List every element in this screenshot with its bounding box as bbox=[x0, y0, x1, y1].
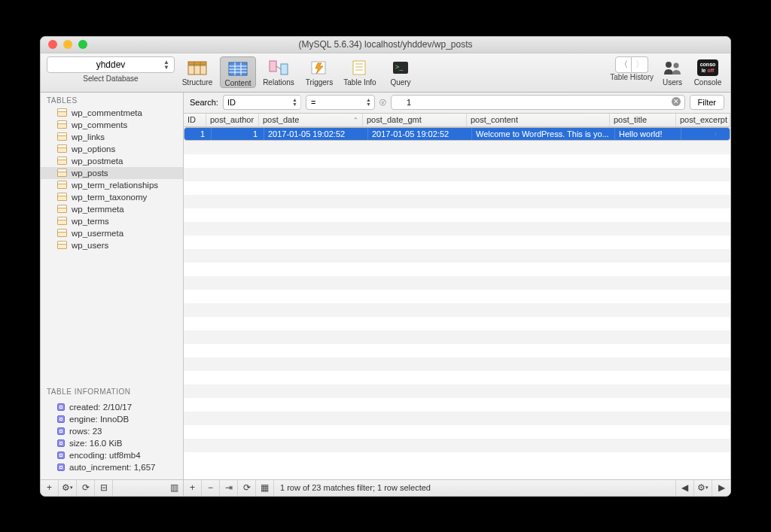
table-icon bbox=[57, 169, 67, 177]
database-select[interactable]: yhddev ▲▼ bbox=[47, 56, 175, 73]
col-author[interactable]: post_author bbox=[206, 114, 259, 126]
col-title[interactable]: post_title bbox=[610, 114, 676, 126]
empty-row bbox=[184, 452, 730, 466]
clear-icon[interactable]: ✕ bbox=[672, 97, 681, 106]
svg-text:>_: >_ bbox=[395, 63, 404, 71]
table-name: wp_usermeta bbox=[72, 229, 123, 238]
table-item[interactable]: wp_options bbox=[41, 143, 183, 155]
table-icon bbox=[57, 120, 67, 129]
table-item[interactable]: wp_term_relationships bbox=[41, 179, 183, 191]
table-name: wp_commentmeta bbox=[72, 108, 142, 117]
table-info-header: TABLE INFORMATION bbox=[41, 384, 183, 398]
content-button[interactable]: Content bbox=[220, 56, 256, 88]
users-icon bbox=[662, 58, 683, 78]
table-gear-button[interactable]: ⚙▾ bbox=[59, 480, 77, 496]
add-row-button[interactable]: + bbox=[184, 480, 202, 496]
titlebar: (MySQL 5.6.34) localhost/yhddev/wp_posts bbox=[41, 37, 730, 53]
window-title: (MySQL 5.6.34) localhost/yhddev/wp_posts bbox=[41, 39, 730, 50]
query-button[interactable]: >_ Query bbox=[382, 56, 419, 87]
table-item[interactable]: wp_termmeta bbox=[41, 203, 183, 215]
collapse-button[interactable]: ⊟ bbox=[95, 480, 113, 496]
sidebar-toggle[interactable]: ▥ bbox=[165, 480, 183, 496]
search-column-select[interactable]: ID▲▼ bbox=[223, 95, 301, 110]
table-row[interactable]: 112017-01-05 19:02:522017-01-05 19:02:52… bbox=[184, 127, 730, 141]
pagination-icon[interactable]: ▦ bbox=[256, 480, 274, 496]
structure-button[interactable]: Structure bbox=[179, 56, 215, 87]
table-item[interactable]: wp_commentmeta bbox=[41, 107, 183, 119]
table-icon bbox=[57, 181, 67, 189]
empty-row bbox=[184, 263, 730, 276]
tables-tree: wp_commentmetawp_commentswp_linkswp_opti… bbox=[41, 107, 183, 251]
info-icon bbox=[57, 451, 65, 459]
empty-row bbox=[184, 168, 730, 181]
database-select-label: Select Database bbox=[83, 74, 138, 83]
duplicate-row-button[interactable]: ⇥ bbox=[220, 480, 238, 496]
info-row: engine: InnoDB bbox=[47, 413, 177, 425]
console-button[interactable]: console off Console bbox=[691, 56, 724, 87]
table-icon bbox=[57, 205, 67, 213]
sidebar: TABLES wp_commentmetawp_commentswp_links… bbox=[41, 93, 184, 479]
history-nav[interactable]: 〈 〉 bbox=[615, 56, 648, 73]
grid-body[interactable]: 112017-01-05 19:02:522017-01-05 19:02:52… bbox=[184, 127, 730, 479]
empty-row bbox=[184, 195, 730, 208]
col-excerpt[interactable]: post_excerpt bbox=[676, 114, 730, 126]
svg-rect-11 bbox=[281, 64, 288, 74]
table-item[interactable]: wp_term_taxonomy bbox=[41, 191, 183, 203]
toolbar: yhddev ▲▼ Select Database Structure Cont… bbox=[41, 53, 730, 93]
info-row: rows: 23 bbox=[47, 425, 177, 437]
content-gear-button[interactable]: ⚙▾ bbox=[694, 480, 712, 496]
col-date[interactable]: post_date⌃ bbox=[259, 114, 363, 126]
relations-icon bbox=[268, 58, 289, 78]
empty-row bbox=[184, 303, 730, 317]
svg-point-20 bbox=[666, 62, 672, 68]
remove-row-button[interactable]: − bbox=[202, 480, 220, 496]
triggers-button[interactable]: Triggers bbox=[301, 56, 337, 87]
users-button[interactable]: Users bbox=[658, 56, 687, 87]
table-icon bbox=[57, 108, 67, 117]
table-item[interactable]: wp_terms bbox=[41, 215, 183, 227]
search-input[interactable] bbox=[391, 95, 685, 110]
content-icon bbox=[227, 59, 248, 78]
grid-header: ID post_author post_date⌃ post_date_gmt … bbox=[184, 114, 730, 127]
tables-header: TABLES bbox=[41, 93, 183, 107]
history-forward[interactable]: 〉 bbox=[632, 56, 648, 73]
table-item[interactable]: wp_users bbox=[41, 239, 183, 251]
table-item[interactable]: wp_links bbox=[41, 131, 183, 143]
empty-row bbox=[184, 398, 730, 412]
svg-point-21 bbox=[674, 62, 679, 68]
next-page-button[interactable]: ▶ bbox=[712, 480, 730, 496]
tableinfo-button[interactable]: Table Info bbox=[342, 56, 378, 87]
refresh-tables-button[interactable]: ⟳ bbox=[77, 480, 95, 496]
info-row: encoding: utf8mb4 bbox=[47, 449, 177, 461]
info-icon bbox=[57, 415, 65, 423]
col-id[interactable]: ID bbox=[184, 114, 206, 126]
table-name: wp_termmeta bbox=[72, 205, 124, 214]
empty-row bbox=[184, 439, 730, 452]
table-item[interactable]: wp_comments bbox=[41, 119, 183, 131]
refresh-content-button[interactable]: ⟳ bbox=[238, 480, 256, 496]
table-name: wp_comments bbox=[72, 120, 127, 129]
table-item[interactable]: wp_postmeta bbox=[41, 155, 183, 167]
empty-row bbox=[184, 385, 730, 398]
col-content[interactable]: post_content bbox=[467, 114, 610, 126]
table-name: wp_options bbox=[72, 144, 115, 154]
empty-row bbox=[184, 181, 730, 195]
col-gmt[interactable]: post_date_gmt bbox=[363, 114, 467, 126]
empty-row bbox=[184, 371, 730, 385]
relations-button[interactable]: Relations bbox=[261, 56, 297, 87]
history-back[interactable]: 〈 bbox=[615, 56, 632, 73]
table-icon bbox=[57, 157, 67, 165]
add-table-button[interactable]: + bbox=[41, 480, 59, 496]
svg-rect-1 bbox=[188, 65, 206, 74]
table-item[interactable]: wp_usermeta bbox=[41, 227, 183, 239]
query-icon: >_ bbox=[390, 58, 411, 78]
table-item[interactable]: wp_posts bbox=[41, 167, 183, 179]
structure-icon bbox=[187, 58, 208, 78]
empty-row bbox=[184, 222, 730, 236]
empty-row bbox=[184, 357, 730, 371]
svg-rect-10 bbox=[270, 61, 276, 71]
search-operator-select[interactable]: =▲▼ bbox=[306, 95, 375, 110]
filter-button[interactable]: Filter bbox=[690, 95, 724, 110]
table-info-list: created: 2/10/17engine: InnoDBrows: 23si… bbox=[41, 398, 183, 479]
prev-page-button[interactable]: ◀ bbox=[676, 480, 694, 496]
